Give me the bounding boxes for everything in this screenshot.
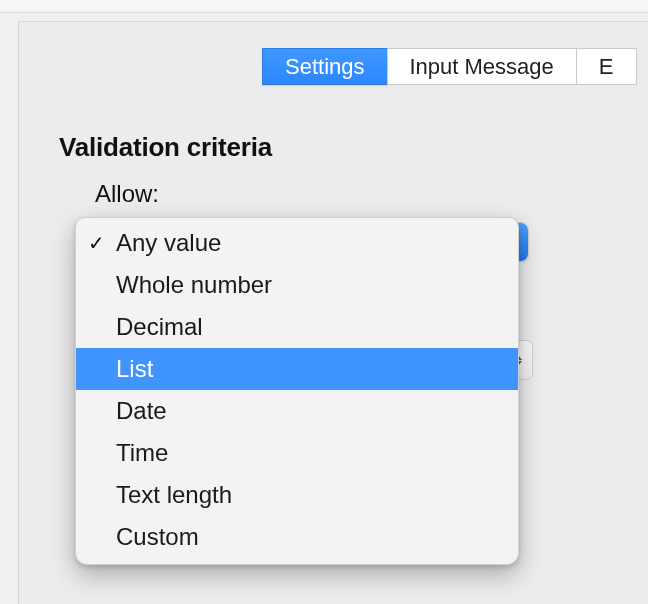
menu-item-label: Date [116,397,167,425]
menu-item-label: Time [116,439,168,467]
allow-label: Allow: [95,180,159,208]
checkmark-icon: ✓ [76,231,116,255]
menu-item-label: Any value [116,229,221,257]
menu-item-label: Custom [116,523,199,551]
allow-option-whole-number[interactable]: Whole number [76,264,518,306]
menu-item-label: Decimal [116,313,203,341]
allow-option-custom[interactable]: Custom [76,516,518,558]
allow-option-date[interactable]: Date [76,390,518,432]
allow-dropdown-popup: ✓ Any value Whole number Decimal List Da… [75,217,519,565]
allow-option-text-length[interactable]: Text length [76,474,518,516]
tab-input-message[interactable]: Input Message [387,48,577,85]
allow-option-time[interactable]: Time [76,432,518,474]
allow-option-list[interactable]: List [76,348,518,390]
allow-option-decimal[interactable]: Decimal [76,306,518,348]
menu-item-label: Text length [116,481,232,509]
allow-option-any-value[interactable]: ✓ Any value [76,222,518,264]
menu-item-label: List [116,355,153,383]
tab-settings[interactable]: Settings [262,48,388,85]
window-titlebar-strip [0,0,648,13]
data-validation-panel: Settings Input Message E Validation crit… [18,21,648,604]
tab-bar: Settings Input Message E [263,48,648,83]
tab-error-alert[interactable]: E [576,48,637,85]
section-heading-validation-criteria: Validation criteria [59,132,272,163]
menu-item-label: Whole number [116,271,272,299]
